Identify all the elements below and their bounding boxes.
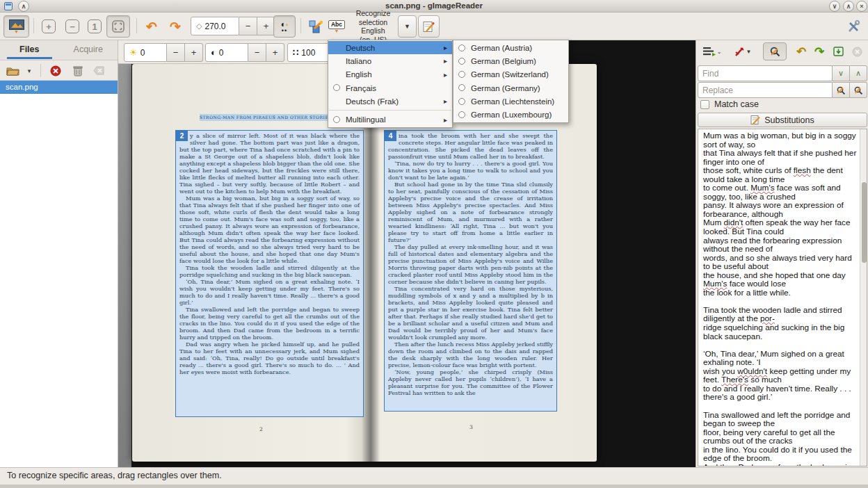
- menu-item-multilingual[interactable]: Multilingual▸: [328, 113, 452, 126]
- selection-badge[interactable]: 2: [176, 131, 188, 141]
- menu-item-german-switzerland[interactable]: German (Switzerland): [453, 68, 568, 81]
- close-button[interactable]: ×: [856, 1, 867, 12]
- remove-image-button[interactable]: [47, 63, 64, 79]
- window-title: scan.png - gImageReader: [385, 1, 483, 10]
- output-panel: ⌄ ▼ ↶ ↷: [696, 40, 868, 467]
- page-right-text: ina took the broom with her and she swep…: [388, 132, 553, 396]
- output-line: Mum was a big woman, but big in a soggy …: [703, 131, 858, 149]
- resolution-value[interactable]: 100: [301, 48, 315, 58]
- output-line: And then Dad came from the bedroom in: [703, 463, 858, 466]
- output-line: that Tina always felt that if she pushed…: [703, 149, 858, 166]
- filter-characters-button[interactable]: ▼: [731, 42, 755, 60]
- match-case-option[interactable]: Match case: [700, 99, 759, 109]
- scrollbar-thumb[interactable]: [862, 182, 867, 263]
- output-pane-toggle[interactable]: [418, 15, 440, 38]
- menu-item-english[interactable]: English▸: [328, 68, 452, 81]
- rotate-left-button[interactable]: ↶: [141, 15, 162, 38]
- save-output-button[interactable]: [830, 42, 848, 60]
- delete-image-button[interactable]: [70, 63, 86, 79]
- checkbox-icon[interactable]: [700, 100, 709, 109]
- output-line: wish you w0uldn't keep getting under my …: [703, 367, 858, 384]
- menu-item-german-luxembourg[interactable]: German (Luxembourg): [453, 108, 568, 121]
- add-images-button[interactable]: [4, 63, 21, 79]
- contrast-spinbox: ◐0 − +: [205, 43, 284, 62]
- rotation-decrease-button[interactable]: −: [239, 17, 257, 35]
- image-controls-toggle[interactable]: ◐• ••: [273, 15, 296, 38]
- zoom-in-button[interactable]: +: [38, 15, 59, 38]
- find-next-button[interactable]: ∨: [833, 65, 850, 81]
- sources-tabs: FilesAcquire: [0, 40, 118, 60]
- brightness-increase-button[interactable]: +: [185, 43, 203, 62]
- zoom-original-button[interactable]: 1: [84, 15, 105, 38]
- best-fit-button[interactable]: [106, 15, 130, 38]
- clear-files-button[interactable]: [90, 63, 107, 79]
- page-preview-button[interactable]: ▼: [3, 15, 29, 38]
- shade-window-button[interactable]: ∧: [18, 1, 29, 12]
- radio-icon: [458, 71, 465, 78]
- clear-output-button[interactable]: [848, 42, 866, 60]
- output-line: the house, and she hoped that one day Mu…: [703, 271, 858, 288]
- selection-box-right[interactable]: 4 ina took the broom with her and she sw…: [384, 130, 557, 412]
- brightness-decrease-button[interactable]: −: [167, 43, 185, 62]
- output-toolbar: ⌄ ▼ ↶ ↷: [696, 40, 868, 63]
- clear-output-icon: [852, 47, 862, 57]
- main-toolbar: ▼ + − 1 ↶ ↷ ◇ 270.0 − + ◐• ••: [0, 13, 868, 40]
- contrast-increase-button[interactable]: +: [266, 43, 284, 62]
- menu-item-german-austria[interactable]: German (Austria): [453, 41, 568, 54]
- find-input[interactable]: [698, 65, 833, 81]
- find-prev-button[interactable]: ∧: [850, 65, 867, 81]
- page-number-right: 3: [469, 424, 473, 430]
- menu-item-italiano[interactable]: Italiano▸: [328, 54, 452, 67]
- submenu-arrow-icon: ▸: [444, 57, 447, 65]
- status-message: To recognize specific areas, drag rectan…: [7, 471, 222, 480]
- output-line: the look for a little while.: [703, 288, 858, 298]
- replace-input[interactable]: [698, 82, 833, 98]
- rotation-value[interactable]: 270.0: [204, 22, 225, 31]
- undo-button[interactable]: ↶: [792, 42, 810, 60]
- preferences-button[interactable]: [843, 15, 864, 38]
- radio-icon: [458, 58, 465, 65]
- scan-edge: [118, 40, 131, 467]
- recognize-language-dropdown[interactable]: ▼: [398, 15, 417, 38]
- recognize-button[interactable]: Abc▼ Recognize selection English (en_US): [328, 15, 398, 38]
- replace-all-button[interactable]: [850, 82, 867, 98]
- menu-item-fran-ais[interactable]: Français: [328, 81, 452, 95]
- minimize-button[interactable]: ∨: [829, 1, 840, 12]
- insert-mode-button[interactable]: ⌄: [700, 42, 724, 60]
- submenu-arrow-icon: ▸: [444, 97, 447, 105]
- titlebar[interactable]: ∧ scan.png - gImageReader ∨ ∧ ×: [0, 0, 868, 13]
- output-line: always read the forbearing expression wi…: [703, 236, 858, 254]
- contrast-value[interactable]: 0: [219, 48, 224, 58]
- file-row[interactable]: scan.png: [0, 81, 118, 94]
- menu-item-german-belgium[interactable]: German (Belgium): [453, 54, 568, 67]
- menu-item-german-liechtenstein[interactable]: German (Liechtenstein): [453, 95, 568, 108]
- brightness-value[interactable]: 0: [140, 48, 145, 58]
- zoom-out-button[interactable]: −: [62, 15, 83, 38]
- substitutions-button[interactable]: Substitutions: [698, 113, 867, 127]
- tab-files[interactable]: Files: [0, 40, 59, 60]
- add-images-dropdown[interactable]: ▾: [24, 63, 35, 79]
- menu-item-deutsch[interactable]: Deutsch▸: [328, 41, 452, 54]
- find-replace-toggle[interactable]: [763, 42, 787, 60]
- menu-item-german-germany[interactable]: German (Germany): [453, 81, 568, 95]
- menu-item-deutsch-frak[interactable]: Deutsch (Frak)▸: [328, 95, 452, 108]
- save-output-icon: [833, 47, 844, 57]
- redo-button[interactable]: ↷: [810, 42, 828, 60]
- replace-button[interactable]: [833, 82, 850, 98]
- rotate-right-button[interactable]: ↷: [165, 15, 186, 38]
- page-number-left: 2: [259, 426, 263, 432]
- selection-box-left[interactable]: 2 y a slice of mirror left. Most of it w…: [175, 130, 364, 417]
- rotate-angle-icon: ◇: [196, 22, 202, 31]
- dropdown-arrow-icon: ▼: [404, 23, 410, 30]
- output-scrollbar[interactable]: [860, 129, 867, 466]
- radio-icon: [333, 116, 340, 123]
- contrast-icon: ◐: [211, 47, 216, 58]
- autodetect-layout-button[interactable]: [305, 15, 327, 38]
- recognize-label: Recognize selection: [356, 9, 391, 26]
- maximize-button[interactable]: ∧: [843, 1, 854, 12]
- selection-badge[interactable]: 4: [385, 131, 396, 141]
- contrast-decrease-button[interactable]: −: [248, 43, 266, 62]
- replace-row: [698, 82, 867, 98]
- output-text[interactable]: Mum was a big woman, but big in a soggy …: [698, 129, 860, 466]
- tab-acquire[interactable]: Acquire: [59, 40, 118, 60]
